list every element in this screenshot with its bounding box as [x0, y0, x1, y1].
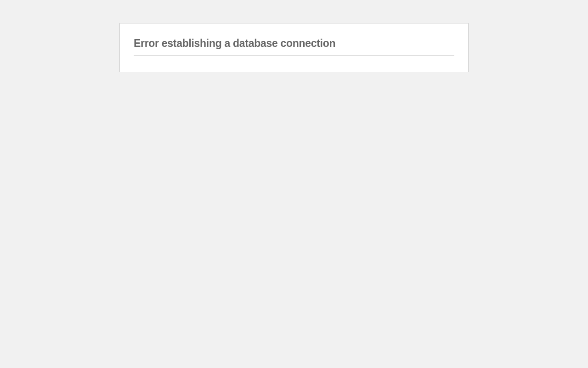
- error-container: Error establishing a database connection: [119, 23, 469, 72]
- error-title: Error establishing a database connection: [134, 37, 454, 56]
